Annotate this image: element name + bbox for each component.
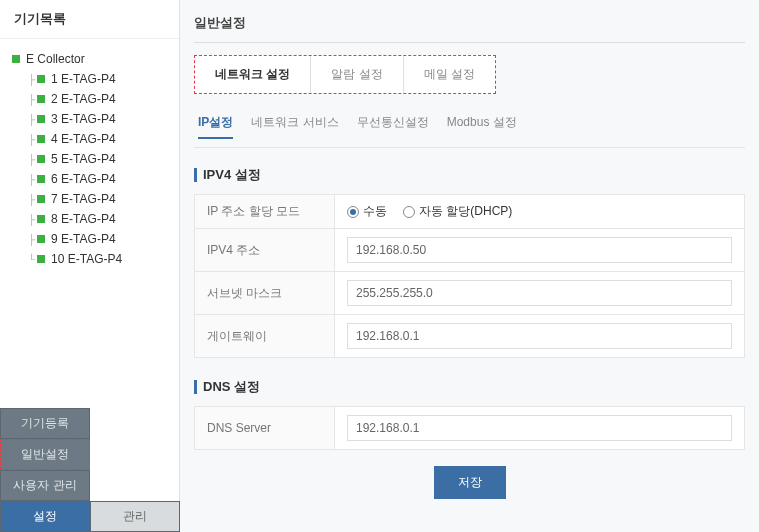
nav-general-settings[interactable]: 일반설정 <box>0 439 90 470</box>
tree-item[interactable]: ├9 E-TAG-P4 <box>8 229 171 249</box>
tree-item-label: 1 E-TAG-P4 <box>51 72 115 86</box>
status-icon <box>37 75 45 83</box>
ipv4-form: IP 주소 할당 모드 수동 자동 할당(DHCP) I <box>194 194 745 358</box>
radio-icon <box>347 206 359 218</box>
section-ipv4-label: IPV4 설정 <box>203 166 261 184</box>
tree-line-icon: ├ <box>28 94 35 105</box>
tree-item-label: 10 E-TAG-P4 <box>51 252 122 266</box>
tree-root-label: E Collector <box>26 52 85 66</box>
tree-item[interactable]: ├7 E-TAG-P4 <box>8 189 171 209</box>
tree-item-label: 3 E-TAG-P4 <box>51 112 115 126</box>
tree-item[interactable]: └10 E-TAG-P4 <box>8 249 171 269</box>
status-icon <box>37 255 45 263</box>
tree-line-icon: ├ <box>28 74 35 85</box>
tree-line-icon: └ <box>28 254 35 265</box>
radio-dhcp[interactable]: 자동 할당(DHCP) <box>403 203 512 220</box>
status-icon <box>37 195 45 203</box>
tree-line-icon: ├ <box>28 174 35 185</box>
tree-item[interactable]: ├1 E-TAG-P4 <box>8 69 171 89</box>
tree-line-icon: ├ <box>28 234 35 245</box>
status-icon <box>37 215 45 223</box>
radio-dhcp-label: 자동 할당(DHCP) <box>419 203 512 220</box>
status-icon <box>37 115 45 123</box>
nav-device-register[interactable]: 기기등록 <box>0 408 90 439</box>
ip-mode-radio-group: 수동 자동 할당(DHCP) <box>347 203 732 220</box>
section-bar-icon <box>194 168 197 182</box>
dns-form: DNS Server <box>194 406 745 450</box>
section-dns-title: DNS 설정 <box>194 372 745 406</box>
tree-item[interactable]: ├6 E-TAG-P4 <box>8 169 171 189</box>
status-icon <box>37 155 45 163</box>
page-title: 일반설정 <box>194 10 745 43</box>
subnet-input[interactable] <box>347 280 732 306</box>
tree-line-icon: ├ <box>28 214 35 225</box>
nav-manage[interactable]: 관리 <box>90 501 180 532</box>
tree-line-icon: ├ <box>28 154 35 165</box>
tab-mail-settings[interactable]: 메일 설정 <box>404 56 495 93</box>
tree-item-label: 8 E-TAG-P4 <box>51 212 115 226</box>
sub-tabs: IP설정 네트워크 서비스 무선통신설정 Modbus 설정 <box>194 108 745 148</box>
tree-line-icon: ├ <box>28 114 35 125</box>
tree-root[interactable]: E Collector <box>8 49 171 69</box>
tab-network-settings[interactable]: 네트워크 설정 <box>195 56 311 93</box>
status-icon <box>12 55 20 63</box>
tree-item-label: 7 E-TAG-P4 <box>51 192 115 206</box>
save-button[interactable]: 저장 <box>434 466 506 499</box>
subtab-wireless[interactable]: 무선통신설정 <box>357 114 429 139</box>
tree-item[interactable]: ├8 E-TAG-P4 <box>8 209 171 229</box>
section-bar-icon <box>194 380 197 394</box>
tree-item-label: 6 E-TAG-P4 <box>51 172 115 186</box>
tree-item[interactable]: ├2 E-TAG-P4 <box>8 89 171 109</box>
tree-item-label: 2 E-TAG-P4 <box>51 92 115 106</box>
tree-item-label: 9 E-TAG-P4 <box>51 232 115 246</box>
status-icon <box>37 235 45 243</box>
status-icon <box>37 175 45 183</box>
ipv4-addr-input[interactable] <box>347 237 732 263</box>
radio-manual[interactable]: 수동 <box>347 203 387 220</box>
tree-item[interactable]: ├3 E-TAG-P4 <box>8 109 171 129</box>
subtab-ip[interactable]: IP설정 <box>198 114 233 139</box>
subtab-network-service[interactable]: 네트워크 서비스 <box>251 114 338 139</box>
gateway-label: 게이트웨이 <box>195 315 335 358</box>
status-icon <box>37 95 45 103</box>
tree-item[interactable]: ├5 E-TAG-P4 <box>8 149 171 169</box>
radio-icon <box>403 206 415 218</box>
dns-server-label: DNS Server <box>195 407 335 450</box>
ip-mode-label: IP 주소 할당 모드 <box>195 195 335 229</box>
section-ipv4-title: IPV4 설정 <box>194 160 745 194</box>
tree-item[interactable]: ├4 E-TAG-P4 <box>8 129 171 149</box>
sidebar-header: 기기목록 <box>0 0 179 39</box>
radio-manual-label: 수동 <box>363 203 387 220</box>
tree-line-icon: ├ <box>28 194 35 205</box>
tree-line-icon: ├ <box>28 134 35 145</box>
status-icon <box>37 135 45 143</box>
tab-alarm-settings[interactable]: 알람 설정 <box>311 56 403 93</box>
section-dns-label: DNS 설정 <box>203 378 260 396</box>
gateway-input[interactable] <box>347 323 732 349</box>
top-tabs: 네트워크 설정 알람 설정 메일 설정 <box>194 55 496 94</box>
dns-server-input[interactable] <box>347 415 732 441</box>
tree-item-label: 5 E-TAG-P4 <box>51 152 115 166</box>
nav-settings[interactable]: 설정 <box>0 501 90 532</box>
sidebar: 기기목록 E Collector ├1 E-TAG-P4 ├2 E-TAG-P4… <box>0 0 180 532</box>
ipv4-addr-label: IPV4 주소 <box>195 229 335 272</box>
subnet-label: 서브넷 마스크 <box>195 272 335 315</box>
tree-item-label: 4 E-TAG-P4 <box>51 132 115 146</box>
subtab-modbus[interactable]: Modbus 설정 <box>447 114 517 139</box>
main-panel: 일반설정 네트워크 설정 알람 설정 메일 설정 IP설정 네트워크 서비스 무… <box>180 0 759 532</box>
bottom-nav: 기기등록 일반설정 사용자 관리 설정 관리 <box>0 408 180 532</box>
nav-user-mgmt[interactable]: 사용자 관리 <box>0 470 90 501</box>
